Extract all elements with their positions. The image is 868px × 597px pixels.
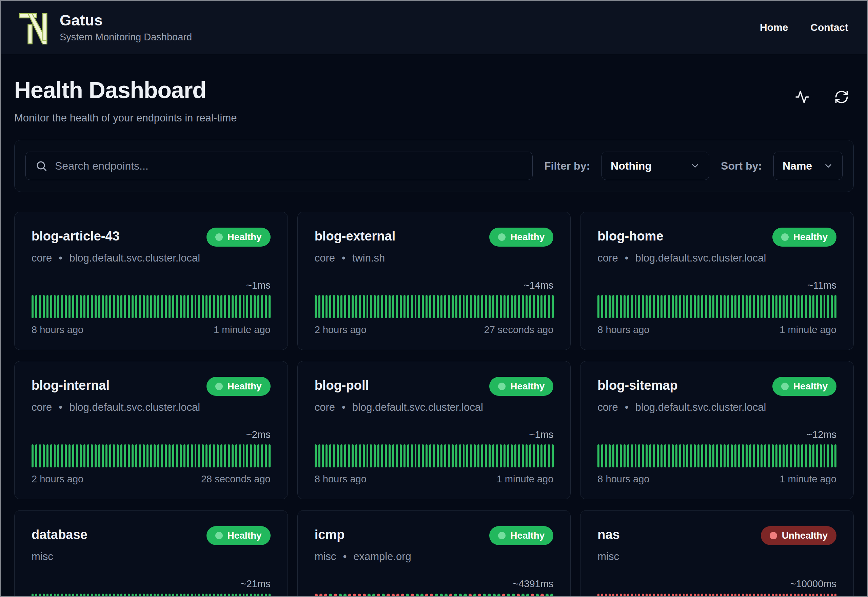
status-bar[interactable] [464,594,467,597]
status-bar[interactable] [518,295,520,318]
status-bar[interactable] [348,594,351,597]
status-bar[interactable] [496,444,498,468]
status-bar[interactable] [315,295,317,318]
status-bar[interactable] [477,295,480,318]
status-bar[interactable] [147,594,148,597]
status-bar[interactable] [459,444,461,468]
status-bar[interactable] [552,444,554,468]
status-bar[interactable] [385,295,387,318]
status-bar[interactable] [315,444,317,468]
status-bar[interactable] [243,444,245,468]
endpoint-card[interactable]: database Healthy misc ~21ms 8 hours ago … [14,510,288,597]
status-bar[interactable] [831,594,833,597]
status-bar[interactable] [507,594,510,597]
status-bar[interactable] [735,444,736,468]
status-bar[interactable] [132,594,133,597]
status-bar[interactable] [348,295,350,318]
status-bar[interactable] [507,295,509,318]
status-bar[interactable] [324,594,327,597]
status-bar[interactable] [514,295,516,318]
status-bar[interactable] [91,444,93,468]
status-bar[interactable] [109,444,111,468]
status-bar[interactable] [664,295,666,318]
status-bar[interactable] [418,295,420,318]
status-bar[interactable] [746,594,748,597]
status-bar[interactable] [176,594,178,597]
status-bar[interactable] [150,444,152,468]
status-bar[interactable] [363,594,366,597]
status-bar[interactable] [50,444,52,468]
status-bar[interactable] [410,594,414,597]
status-bar[interactable] [95,444,97,468]
status-bar[interactable] [169,594,170,597]
status-bar[interactable] [812,444,815,468]
status-bar[interactable] [738,295,740,318]
status-bar[interactable] [31,594,34,597]
status-bar[interactable] [786,594,788,597]
status-bar[interactable] [504,295,505,318]
status-bar[interactable] [686,594,688,597]
status-bar[interactable] [448,295,450,318]
status-bar[interactable] [440,444,443,468]
status-bar[interactable] [65,594,67,597]
status-bar[interactable] [217,295,219,318]
status-bar[interactable] [191,295,193,318]
endpoint-card[interactable]: nas Unhealthy misc ~10000ms 8 hours ago … [580,510,854,597]
status-bar[interactable] [120,594,122,597]
status-bar[interactable] [742,594,744,597]
status-bar[interactable] [221,444,222,468]
status-bar[interactable] [235,594,237,597]
status-bar[interactable] [261,594,263,597]
status-bar[interactable] [157,594,159,597]
status-bar[interactable] [609,444,611,468]
status-bar[interactable] [498,594,501,597]
status-bar[interactable] [794,444,796,468]
status-bar[interactable] [191,444,193,468]
status-bar[interactable] [358,594,361,597]
status-bar[interactable] [463,295,465,318]
status-bar[interactable] [87,444,89,468]
status-bar[interactable] [202,594,204,597]
status-bar[interactable] [235,444,237,468]
status-bar[interactable] [683,594,685,597]
status-bar[interactable] [120,444,122,468]
status-bar[interactable] [374,444,376,468]
status-bar[interactable] [694,295,696,318]
status-bar[interactable] [537,295,539,318]
status-bar[interactable] [206,444,207,468]
status-bar[interactable] [489,295,490,318]
status-bar[interactable] [83,295,86,318]
status-bar[interactable] [473,594,476,597]
status-bar[interactable] [797,444,800,468]
status-bar[interactable] [727,295,729,318]
status-bar[interactable] [352,444,354,468]
status-bar[interactable] [605,594,607,597]
status-bar[interactable] [597,594,600,597]
status-bar[interactable] [679,444,681,468]
status-bar[interactable] [746,295,748,318]
status-bar[interactable] [454,594,457,597]
status-bar[interactable] [105,295,108,318]
status-bar[interactable] [466,444,468,468]
status-bar[interactable] [782,295,785,318]
status-bar[interactable] [191,594,193,597]
status-bar[interactable] [478,594,481,597]
status-bar[interactable] [147,444,148,468]
status-bar[interactable] [135,295,137,318]
status-bar[interactable] [257,295,259,318]
status-bar[interactable] [341,295,342,318]
status-bar[interactable] [381,444,383,468]
status-bar[interactable] [83,444,86,468]
status-bar[interactable] [541,295,542,318]
status-bar[interactable] [533,444,535,468]
status-bar[interactable] [709,295,711,318]
status-bar[interactable] [757,295,759,318]
status-bar[interactable] [98,444,100,468]
status-bar[interactable] [507,444,509,468]
status-bar[interactable] [816,444,818,468]
status-bar[interactable] [184,444,185,468]
status-bar[interactable] [68,444,71,468]
status-bar[interactable] [827,444,829,468]
status-bar[interactable] [440,594,443,597]
status-bar[interactable] [102,444,104,468]
